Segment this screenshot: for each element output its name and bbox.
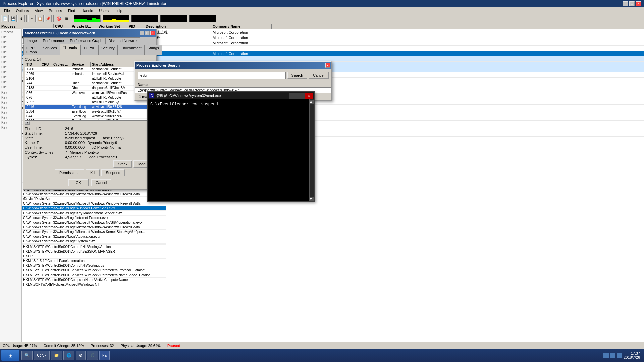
svchost-dialog-buttons: ─ □ × (140, 31, 155, 35)
svchost-maximize-btn[interactable]: □ (145, 31, 150, 35)
ime-tray-icon[interactable] (617, 353, 622, 358)
cycles-label: Cycles: (25, 155, 65, 159)
cmd-command: C:\>EventCleaner.exe suspend (150, 102, 311, 107)
taskbar-item-search[interactable]: 🔍 (21, 351, 33, 360)
search-button[interactable]: Search (287, 72, 307, 79)
maximize-button[interactable]: □ (629, 1, 635, 6)
net-graph (160, 15, 187, 22)
taskbar-item-ie[interactable]: 🌐 (63, 351, 74, 360)
col-company[interactable]: Company Name (211, 24, 272, 29)
toolbar-paste[interactable]: 📌 (44, 15, 52, 22)
search-cancel-button[interactable]: Cancel (309, 72, 329, 79)
close-button[interactable]: × (636, 1, 641, 6)
dynamic-priority-label: Dynamic Priority: (87, 141, 115, 145)
tab-tcpip[interactable]: TCP/IP (80, 45, 98, 55)
taskbar-item-explorer[interactable]: 📁 (51, 351, 62, 360)
toolbar-cut[interactable]: ✂ (28, 15, 36, 22)
stack-button[interactable]: Stack (113, 160, 132, 168)
context-switches-label: Context Switches: (25, 150, 65, 154)
cmd-close-btn[interactable]: × (305, 93, 313, 99)
cmd-scrollbar[interactable]: ▲ ▼ (309, 99, 314, 201)
taskbar-item-media[interactable]: 🎵 (87, 351, 98, 360)
menu-process[interactable]: Process (46, 8, 65, 13)
tab-strings[interactable]: Strings (145, 45, 162, 55)
cmd-maximize-btn[interactable]: □ (297, 93, 305, 99)
tab-image[interactable]: Image (23, 37, 40, 44)
search-input[interactable] (138, 72, 286, 79)
toolbar-sep2 (53, 15, 54, 22)
start-button[interactable]: ⊞ (1, 350, 19, 361)
start-time-label: Start Time: (25, 131, 65, 135)
thread-row[interactable]: 2884 EventLog wevtsvc.dll!0x1b7c4 (25, 109, 155, 114)
menu-help[interactable]: Help (112, 8, 125, 13)
search-close-btn[interactable]: × (325, 63, 330, 68)
toolbar-print[interactable]: 🖨 (17, 15, 25, 22)
tab-disk-network[interactable]: Disk and Network (105, 37, 140, 44)
thread-row[interactable]: 2552 ntdll.dll!RtlMultiByt (25, 100, 155, 105)
cmd-titlebar-buttons: ─ □ × (289, 93, 313, 99)
thread-row[interactable]: 644 EventLog wevtsvc.dll!0x1b7c4 (25, 114, 155, 119)
menu-users[interactable]: Users (96, 8, 111, 13)
thread-row-selected[interactable]: 2416 EventLog wevtsvc.dll!0x37428 (25, 105, 155, 109)
menu-file[interactable]: File (1, 8, 13, 13)
toolbar-copy[interactable]: 📋 (36, 15, 44, 22)
taskbar-item-procexp[interactable]: PE (99, 351, 110, 360)
tab-performance-graph[interactable]: Performance Graph (67, 37, 106, 44)
search-dialog-buttons: × (325, 63, 330, 68)
date-display: 2018/7/26 (624, 355, 640, 359)
scroll-up-btn[interactable]: ▲ (310, 100, 314, 104)
toolbar-save[interactable]: 💾 (9, 15, 17, 22)
menu-view[interactable]: View (32, 8, 46, 13)
svchost-minimize-btn[interactable]: ─ (140, 31, 144, 35)
tab-security[interactable]: Security (98, 45, 118, 55)
permissions-button[interactable]: Permissions (55, 169, 84, 176)
dynamic-priority-value: 9 (115, 141, 117, 145)
col-desc[interactable]: Description (144, 24, 211, 29)
col-process[interactable]: Process (0, 24, 54, 29)
tab-gpu-graph[interactable]: GPU Graph (23, 45, 40, 55)
start-time-value: 17:34:46 2018/7/26 (65, 131, 97, 135)
cmd-minimize-btn[interactable]: ─ (289, 93, 297, 99)
cpu-graph (74, 15, 101, 22)
taskbar-item-settings[interactable]: ⚙ (76, 351, 86, 360)
io-priority-label: I/O Priority: (91, 145, 110, 149)
toolbar-target[interactable]: 🎯 (55, 15, 62, 22)
toolbar-close[interactable]: 🗑 (63, 15, 70, 22)
taskbar-item-cmd[interactable]: C:\\ (34, 351, 50, 360)
cpu-usage: CPU Usage: 45.27% (3, 344, 37, 348)
scroll-down-btn[interactable]: ▼ (310, 197, 314, 201)
search-dialog-title: Process Explorer Search (136, 63, 180, 67)
thread-list-scrollbar[interactable]: ◄ ► (25, 121, 155, 125)
thread-row[interactable]: 1804 EventLog wevtsvc.dll!0x1b7c4 (25, 119, 155, 121)
minimize-button[interactable]: ─ (623, 1, 628, 6)
time-display: 17:37 (624, 351, 640, 355)
col-cpu[interactable]: CPU (54, 24, 70, 29)
cmd-dialog: C 管理员: C:\Windows\system32\cmd.exe ─ □ ×… (147, 91, 315, 202)
cmd-title: 管理员: C:\Windows\system32\cmd.exe (156, 93, 221, 98)
cmd-titlebar: C 管理员: C:\Windows\system32\cmd.exe ─ □ × (148, 92, 314, 99)
tab-threads[interactable]: Threads (60, 44, 80, 55)
ok-button[interactable]: OK (68, 179, 89, 186)
col-working[interactable]: Working Set (97, 24, 127, 29)
cancel-button[interactable]: Cancel (91, 179, 111, 186)
tab-performance[interactable]: Performance (40, 37, 67, 44)
svchost-close-btn[interactable]: × (150, 31, 155, 35)
toolbar-new[interactable]: 📄 (1, 15, 9, 22)
ideal-processor-value: 0 (115, 155, 117, 159)
col-private[interactable]: Private B... (70, 24, 97, 29)
sound-tray-icon[interactable] (610, 353, 615, 358)
search-input-area: Search Cancel (135, 69, 331, 82)
menu-find[interactable]: Find (65, 8, 78, 13)
menu-options[interactable]: Options (13, 8, 32, 13)
toolbar-sep1 (26, 15, 27, 22)
col-pid[interactable]: PID (127, 24, 144, 29)
network-tray-icon[interactable] (603, 353, 609, 358)
tab-services[interactable]: Services (40, 45, 60, 55)
clock-area[interactable]: 17:37 2018/7/26 (624, 351, 640, 359)
tab-environment[interactable]: Environment (118, 45, 145, 55)
suspend-button[interactable]: Suspend (101, 169, 125, 176)
menu-handle[interactable]: Handle (78, 8, 96, 13)
paused-status: Paused (167, 344, 180, 348)
kill-button[interactable]: Kill (86, 169, 100, 176)
io-priority-value: Normal (110, 145, 121, 149)
